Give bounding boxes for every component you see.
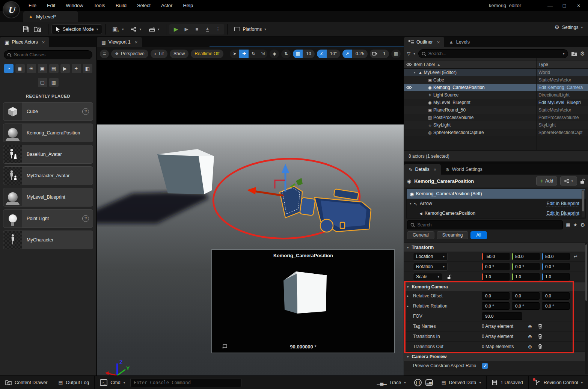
rotation-z-field[interactable]: 0.0 ° — [542, 263, 570, 270]
section-camera-preview[interactable]: ▾ Camera Preview — [404, 352, 588, 361]
category-lights[interactable]: ☀ — [27, 64, 36, 73]
eye-icon[interactable] — [404, 63, 414, 66]
filter-all[interactable]: All — [470, 231, 487, 239]
derived-data-dropdown[interactable]: ▤ Derived Data ▾ — [436, 376, 486, 389]
close-icon[interactable]: × — [437, 39, 440, 45]
frame-skip-button[interactable]: ▶ — [181, 25, 191, 34]
cmd-dropdown[interactable]: >_ Cmd ▾ — [95, 376, 130, 389]
outliner-row-skylight[interactable]: ☼ SkyLight SkyLight — [404, 121, 588, 129]
menu-file[interactable]: File — [23, 0, 42, 11]
tab-viewport-1[interactable]: ▦ Viewport 1 × — [97, 37, 142, 47]
fov-field[interactable]: 90.0 — [482, 312, 522, 320]
console-command-input[interactable] — [134, 380, 238, 385]
outliner-row-mylevel[interactable]: ▾ ▲ MyLevel (Editor) World — [404, 69, 588, 76]
unsaved-button[interactable]: 1 Unsaved — [487, 376, 528, 389]
favorites-star-icon[interactable]: ★ — [573, 222, 577, 228]
column-item-label[interactable]: Item Label — [414, 62, 435, 67]
category-cinematic[interactable]: ▤ — [49, 64, 59, 73]
component-tree-scrollbar[interactable] — [582, 190, 585, 217]
section-transform[interactable]: ▾ Transform — [404, 243, 588, 252]
realtime-toggle[interactable]: Realtime Off — [191, 50, 223, 58]
column-type[interactable]: Type — [538, 62, 586, 67]
eye-icon[interactable] — [404, 86, 414, 89]
details-settings-gear-icon[interactable]: ⚙ — [580, 222, 585, 228]
chevron-down-icon[interactable]: ▾ — [413, 52, 415, 56]
unlocked-icon[interactable] — [580, 178, 585, 184]
new-folder-icon[interactable] — [571, 51, 577, 56]
outliner-settings-gear-icon[interactable]: ⚙ — [580, 50, 585, 57]
rotation-snap-control[interactable]: ∠ 10° — [317, 50, 340, 58]
perspective-dropdown[interactable]: ❖ Perspective — [111, 50, 148, 58]
outliner-row-postprocessvolume[interactable]: ▨ PostProcessVolume PostProcessVolume — [404, 114, 588, 121]
filter-icon[interactable]: ▽ — [407, 51, 410, 56]
select-tool[interactable]: ➤ — [230, 50, 239, 58]
scale-snap-control[interactable]: ↗ 0.25 — [342, 50, 368, 58]
component-self[interactable]: ◉ Kemorig_CameraPosition (Self) — [407, 189, 585, 199]
outliner-search-input[interactable] — [428, 51, 561, 56]
list-item-mycharacter[interactable]: MyCharacter — [3, 231, 93, 249]
add-element-icon[interactable]: ⊕ — [528, 344, 532, 350]
clear-array-icon[interactable] — [538, 324, 542, 329]
insights-icon[interactable]: ❙❙ — [414, 379, 422, 386]
menu-build[interactable]: Build — [110, 0, 132, 11]
category-shapes[interactable]: ▣ — [38, 64, 47, 73]
level-tab[interactable]: ▲ MyLevel* — [23, 11, 78, 22]
unreal-logo-icon[interactable]: U — [3, 1, 20, 18]
outliner-row-spherereflectioncapture[interactable]: ◎ SphereReflectionCapture SphereReflecti… — [404, 129, 588, 136]
help-icon[interactable]: ? — [82, 108, 89, 115]
outliner-row-planeround-50[interactable]: ▣ PlaneRound_50 StaticMeshActor — [404, 106, 588, 114]
output-log-button[interactable]: ▤ Output Log — [53, 376, 95, 389]
menu-edit[interactable]: Edit — [42, 0, 60, 11]
viewport-layout-button[interactable]: ▦ — [391, 50, 401, 58]
viewport-scene[interactable]: Kemorig_CameraPosition 90.000000 ° — [97, 60, 404, 375]
expander-icon[interactable]: ▸ — [407, 294, 409, 298]
gizmo-coord-toggle[interactable]: ◈ — [270, 50, 279, 58]
outliner-row-light-source[interactable]: ☀ Light Source DirectionalLight — [404, 91, 588, 99]
clear-array-icon[interactable] — [538, 334, 542, 339]
scale-y-field[interactable]: 1.0 — [512, 273, 540, 280]
menu-window[interactable]: Window — [60, 0, 88, 11]
add-element-icon[interactable]: ⊕ — [528, 334, 532, 339]
location-y-field[interactable]: 50.0 — [512, 253, 540, 260]
list-item-mycharacter-avatar[interactable]: MyCharacter_Avatar — [3, 166, 93, 185]
list-item-mylevel-blueprint[interactable]: MyLevel_Blueprint — [3, 188, 93, 207]
save-button[interactable] — [23, 26, 34, 32]
content-drawer-button[interactable]: Content Drawer — [0, 376, 53, 389]
expander-icon[interactable]: ▸ — [407, 304, 409, 308]
view-mode-dropdown[interactable]: ◐ Lit — [151, 50, 167, 58]
tab-world-settings[interactable]: ⊕ World Settings — [441, 164, 487, 175]
tab-levels[interactable]: ▲ Levels — [444, 37, 474, 47]
category-visual-effects[interactable]: ✦ — [72, 64, 81, 73]
list-item-cube[interactable]: Cube ? — [3, 102, 93, 121]
menu-actor[interactable]: Actor — [156, 0, 178, 11]
camera-speed-control[interactable]: 1 — [370, 50, 389, 58]
relative-rotation-y-field[interactable]: 0.0 ° — [512, 302, 540, 310]
relative-rotation-z-field[interactable]: 0.0 ° — [542, 302, 570, 310]
rotation-x-field[interactable]: 0.0 ° — [482, 263, 510, 270]
section-kemorig-camera[interactable]: ▾ Kemorig Camera — [404, 282, 588, 291]
play-button[interactable]: ▶ — [171, 25, 181, 34]
trace-dropdown[interactable]: ▁▄▂ Trace ▾ — [372, 376, 411, 389]
scale-tool[interactable]: ⇲ — [258, 50, 267, 58]
viewport-options-menu[interactable]: ≡ — [100, 50, 109, 58]
relative-offset-x-field[interactable]: 0.0 — [482, 292, 510, 300]
outliner-row-mylevel-blueprint[interactable]: ◉ MyLevel_Blueprint Edit MyLevel_Bluepri — [404, 99, 588, 106]
category-all-classes[interactable]: ▥ — [49, 78, 59, 87]
maximize-button[interactable]: □ — [557, 0, 571, 11]
filter-general[interactable]: General — [407, 231, 434, 239]
category-geometry[interactable]: ◧ — [83, 64, 92, 73]
tab-place-actors[interactable]: ▣ Place Actors × — [0, 37, 49, 47]
menu-help[interactable]: Help — [178, 0, 198, 11]
add-element-icon[interactable]: ⊕ — [528, 324, 532, 329]
scale-z-field[interactable]: 1.0 — [542, 273, 570, 280]
details-search-input[interactable] — [417, 222, 559, 228]
close-icon[interactable]: × — [135, 39, 138, 45]
list-item-point-light[interactable]: Point Light ? — [3, 209, 93, 228]
play-options-kebab[interactable]: ⋮ — [213, 25, 223, 34]
add-component-button[interactable]: + Add — [536, 176, 558, 185]
platforms-dropdown[interactable]: Platforms ▾ — [231, 24, 270, 34]
minimize-button[interactable]: — — [543, 0, 557, 11]
outliner-row-kemorig-cameraposition[interactable]: ◉ Kemorig_CameraPosition Edit Kemorig_Ca… — [404, 84, 588, 91]
category-volumes[interactable]: ▢ — [38, 78, 47, 87]
scale-x-field[interactable]: 1.0 — [482, 273, 510, 280]
